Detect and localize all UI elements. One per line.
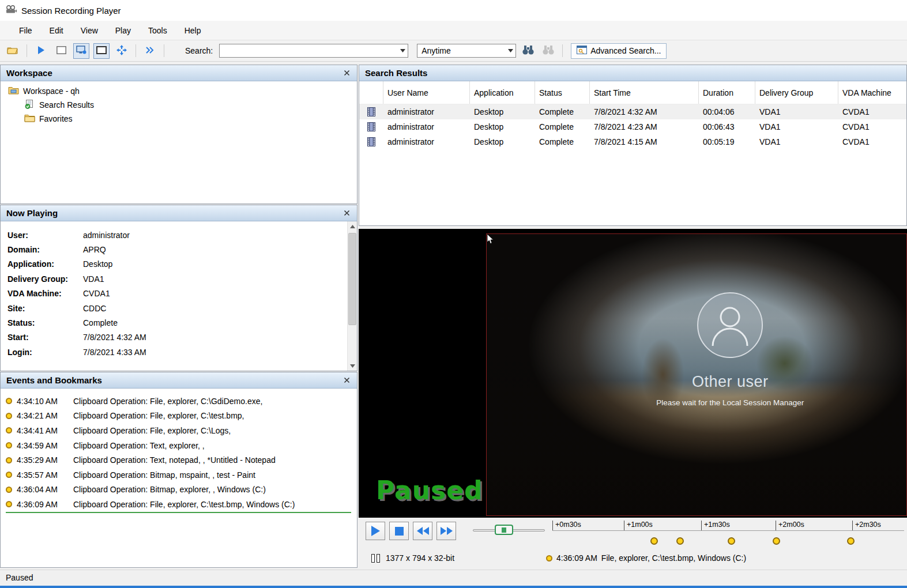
- results-table-header: User Name Application Status Start Time …: [359, 81, 906, 104]
- chevron-down-icon[interactable]: [398, 49, 408, 52]
- menu-bar: File Edit View Play Tools Help: [0, 21, 907, 40]
- event-item[interactable]: 4:36:04 AMClipboard Operation: Bitmap, e…: [6, 483, 353, 497]
- event-time: 4:34:10 AM: [17, 397, 69, 406]
- more-tools-button[interactable]: [142, 43, 158, 59]
- current-event-time: 4:36:09 AM: [556, 553, 597, 563]
- recording-row[interactable]: administrator Desktop Complete 7/8/2021 …: [359, 134, 906, 149]
- scroll-up-icon[interactable]: [348, 221, 357, 231]
- stop-button[interactable]: [389, 522, 409, 540]
- workspace-panel: Workspace Workspace - qh: [0, 65, 357, 204]
- tree-item-workspace-root[interactable]: Workspace - qh: [8, 84, 357, 98]
- timeline-event-marker[interactable]: [650, 537, 658, 545]
- snapshot-button[interactable]: [53, 43, 69, 59]
- toolbar: Search: Anytime: [0, 40, 907, 62]
- current-event-text: File, explorer, C:\test.bmp, Windows (C:…: [601, 553, 746, 563]
- timeline-event-marker[interactable]: [676, 537, 684, 545]
- binoculars-icon: [522, 45, 535, 56]
- speed-slider-thumb[interactable]: [495, 525, 513, 535]
- column-header-user-name[interactable]: User Name: [383, 81, 470, 104]
- session-video-frame[interactable]: Other user Please wait for the Local Ses…: [486, 233, 907, 516]
- advanced-search-button[interactable]: Advanced Search...: [571, 43, 667, 59]
- menu-tools[interactable]: Tools: [140, 22, 176, 39]
- cell-status: Complete: [535, 107, 590, 116]
- find-button[interactable]: [520, 43, 536, 59]
- scrollbar-thumb[interactable]: [348, 233, 356, 325]
- field-row: Delivery Group:VDA1: [7, 272, 342, 286]
- search-results-title: Search Results: [365, 68, 427, 78]
- recording-row[interactable]: administrator Desktop Complete 7/8/2021 …: [359, 104, 906, 119]
- close-icon[interactable]: [342, 376, 351, 385]
- event-icon: [6, 472, 12, 478]
- search-input[interactable]: [220, 44, 398, 57]
- field-row: Site:CDDC: [7, 301, 342, 315]
- menu-play[interactable]: Play: [107, 22, 140, 39]
- timeline-tick-label: +0m30s: [552, 521, 581, 530]
- event-time: 4:36:09 AM: [17, 500, 69, 509]
- pan-button[interactable]: [114, 43, 130, 59]
- status-bar-text: Paused: [6, 573, 33, 582]
- menu-help[interactable]: Help: [176, 22, 210, 39]
- tree-item-favorites[interactable]: Favorites: [8, 112, 357, 126]
- playback-viewport[interactable]: Other user Please wait for the Local Ses…: [359, 229, 907, 518]
- event-item[interactable]: 4:35:57 AMClipboard Operation: Bitmap, m…: [6, 468, 353, 483]
- play-button[interactable]: [366, 522, 385, 540]
- user-avatar-icon: [697, 292, 763, 360]
- search-combobox[interactable]: [219, 44, 408, 58]
- cell-start-time: 7/8/2021 4:23 AM: [590, 122, 699, 131]
- fit-screen-button[interactable]: [93, 43, 110, 59]
- cell-delivery-group: VDA1: [755, 137, 838, 146]
- play-icon: [37, 46, 45, 56]
- open-button[interactable]: [5, 43, 21, 59]
- timeline-event-marker[interactable]: [728, 537, 735, 545]
- column-header-icon[interactable]: [359, 81, 383, 104]
- menu-view[interactable]: View: [72, 22, 107, 39]
- menu-edit[interactable]: Edit: [41, 22, 72, 39]
- event-icon: [6, 457, 12, 463]
- chevron-down-icon[interactable]: [506, 49, 515, 52]
- event-item[interactable]: 4:34:59 AMClipboard Operation: Text, exp…: [6, 438, 353, 453]
- event-item[interactable]: 4:35:29 AMClipboard Operation: Text, not…: [6, 453, 353, 468]
- fit-frame-icon: [96, 46, 107, 56]
- time-filter-combobox[interactable]: Anytime: [417, 44, 516, 58]
- event-time: 4:34:21 AM: [17, 411, 69, 420]
- player-controls: +0m30s +1m00s +1m30s +2m00s +2m30s 1377 …: [359, 518, 907, 570]
- field-row: VDA Machine:CVDA1: [7, 287, 342, 301]
- cell-delivery-group: VDA1: [755, 107, 838, 116]
- menu-file[interactable]: File: [10, 22, 41, 39]
- rewind-button[interactable]: [413, 522, 432, 540]
- column-header-application[interactable]: Application: [470, 81, 535, 104]
- vertical-scrollbar[interactable]: [347, 221, 357, 371]
- toolbar-separator: [562, 44, 563, 57]
- event-item[interactable]: 4:34:21 AMClipboard Operation: File, exp…: [6, 409, 353, 424]
- timeline-tick-label: +2m30s: [852, 521, 881, 530]
- event-icon: [6, 442, 12, 448]
- field-row: Application:Desktop: [7, 257, 342, 272]
- fast-forward-button[interactable]: [436, 522, 456, 540]
- column-header-duration[interactable]: Duration: [699, 81, 755, 104]
- timeline-event-marker[interactable]: [773, 537, 780, 545]
- scroll-down-icon[interactable]: [348, 361, 357, 371]
- tree-item-search-results[interactable]: Search Results: [8, 98, 357, 112]
- timeline-event-marker[interactable]: [847, 537, 855, 545]
- play-toolbar-button[interactable]: [33, 43, 49, 59]
- column-header-start-time[interactable]: Start Time: [590, 81, 699, 104]
- recording-row[interactable]: administrator Desktop Complete 7/8/2021 …: [359, 119, 906, 134]
- event-item[interactable]: 4:34:10 AMClipboard Operation: File, exp…: [6, 394, 353, 409]
- cell-application: Desktop: [470, 137, 535, 146]
- lock-screen-user: Other user Please wait for the Local Ses…: [656, 292, 804, 407]
- find-next-button[interactable]: [540, 43, 556, 59]
- column-header-status[interactable]: Status: [535, 81, 590, 104]
- event-item[interactable]: 4:34:41 AMClipboard Operation: File, exp…: [6, 423, 353, 438]
- chevrons-icon: [145, 46, 155, 55]
- event-item-current[interactable]: 4:36:09 AMClipboard Operation: File, exp…: [6, 497, 353, 512]
- column-header-vda-machine[interactable]: VDA Machine: [838, 81, 906, 104]
- field-value: VDA1: [83, 274, 104, 284]
- close-icon[interactable]: [342, 209, 351, 218]
- column-header-delivery-group[interactable]: Delivery Group: [755, 81, 838, 104]
- display-mode-button[interactable]: [73, 43, 89, 59]
- close-icon[interactable]: [342, 69, 351, 78]
- play-icon: [371, 526, 380, 536]
- field-label: Application:: [7, 259, 83, 269]
- timeline-ruler[interactable]: [552, 530, 904, 531]
- stop-icon: [395, 527, 404, 536]
